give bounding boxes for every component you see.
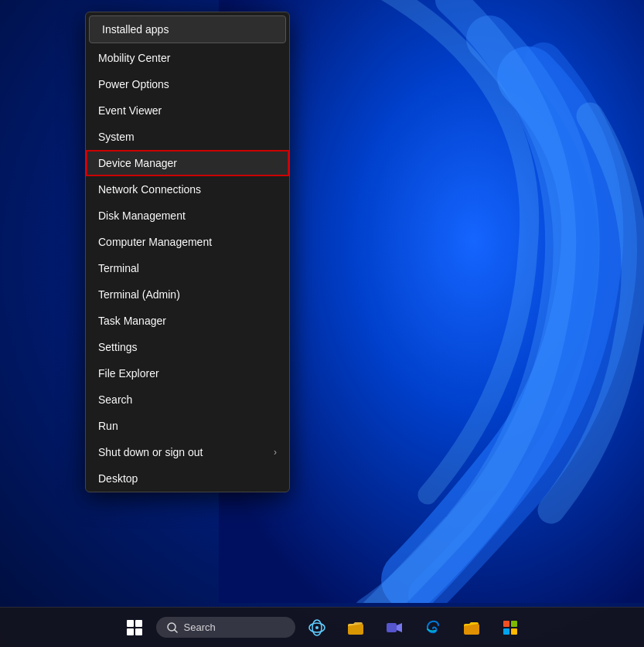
menu-item-disk-management[interactable]: Disk Management	[86, 203, 289, 229]
taskbar: Search	[0, 607, 644, 647]
menu-item-run[interactable]: Run	[86, 413, 289, 439]
menu-item-network-connections[interactable]: Network Connections	[86, 176, 289, 203]
chevron-right-icon: ›	[274, 447, 277, 458]
menu-item-desktop[interactable]: Desktop	[86, 465, 289, 492]
svg-line-2	[175, 630, 177, 632]
start-button[interactable]	[118, 611, 152, 645]
taskbar-file-explorer2-button[interactable]	[455, 611, 489, 645]
svg-marker-8	[397, 623, 402, 632]
menu-item-computer-management[interactable]: Computer Management	[86, 229, 289, 255]
menu-item-mobility-center[interactable]: Mobility Center	[86, 45, 289, 71]
menu-item-search[interactable]: Search	[86, 386, 289, 413]
menu-item-system[interactable]: System	[86, 124, 289, 150]
svg-point-5	[315, 626, 319, 629]
context-menu: Installed apps Mobility Center Power Opt…	[85, 12, 290, 492]
menu-item-terminal[interactable]: Terminal	[86, 255, 289, 281]
taskbar-widgets-button[interactable]	[300, 611, 334, 645]
camera-icon	[386, 619, 403, 636]
taskbar-meet-button[interactable]	[377, 611, 411, 645]
svg-rect-12	[503, 628, 509, 635]
folder2-icon	[463, 619, 480, 636]
menu-item-task-manager[interactable]: Task Manager	[86, 308, 289, 334]
svg-rect-7	[387, 623, 397, 632]
menu-item-installed-apps[interactable]: Installed apps	[89, 15, 286, 43]
folder-icon	[347, 619, 364, 636]
taskbar-store-button[interactable]	[493, 611, 527, 645]
search-icon	[167, 622, 178, 633]
edge-icon	[424, 619, 441, 636]
menu-item-power-options[interactable]: Power Options	[86, 71, 289, 97]
taskbar-file-explorer-button[interactable]	[339, 611, 373, 645]
svg-rect-13	[511, 628, 517, 635]
svg-rect-11	[511, 621, 517, 627]
svg-rect-10	[503, 621, 509, 627]
store-icon	[502, 619, 519, 636]
menu-item-shut-down-sign-out[interactable]: Shut down or sign out ›	[86, 439, 289, 465]
desktop: Installed apps Mobility Center Power Opt…	[0, 0, 644, 647]
windows-logo-icon	[127, 620, 142, 635]
menu-item-file-explorer[interactable]: File Explorer	[86, 360, 289, 386]
widgets-icon	[308, 618, 326, 637]
taskbar-search[interactable]: Search	[156, 617, 295, 638]
menu-item-settings[interactable]: Settings	[86, 334, 289, 360]
menu-item-device-manager[interactable]: Device Manager	[86, 150, 289, 176]
menu-item-event-viewer[interactable]: Event Viewer	[86, 97, 289, 124]
taskbar-edge-button[interactable]	[416, 611, 450, 645]
menu-item-terminal-admin[interactable]: Terminal (Admin)	[86, 281, 289, 308]
